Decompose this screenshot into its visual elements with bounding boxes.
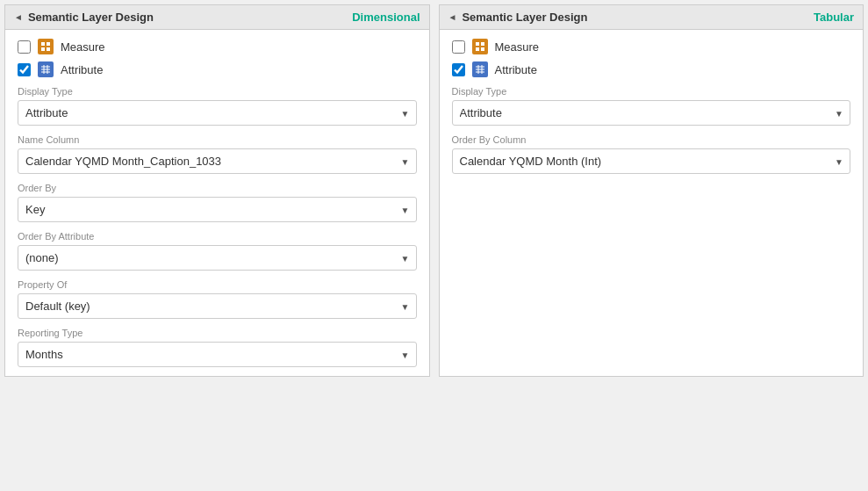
panel-dimensional-header: ◄ Semantic Layer Design Dimensional — [5, 5, 429, 30]
panel-tabular-header: ◄ Semantic Layer Design Tabular — [440, 5, 864, 30]
name-column-select-wrapper-left: Calendar YQMD Month_Caption_1033 — [18, 148, 417, 174]
panel-dimensional: ◄ Semantic Layer Design Dimensional Meas… — [4, 4, 430, 377]
order-by-column-select-wrapper-right: Calendar YQMD Month (Int) — [452, 148, 851, 174]
reporting-type-select-left[interactable]: Months Years Days — [18, 342, 417, 367]
display-type-label-left: Display Type — [18, 86, 417, 97]
attribute-checkbox-left[interactable] — [18, 63, 31, 76]
panel-tabular-header-left: ◄ Semantic Layer Design — [448, 11, 588, 24]
order-by-attribute-label-left: Order By Attribute — [18, 231, 417, 242]
property-of-select-wrapper-left: Default (key) — [18, 293, 417, 319]
panels-container: ◄ Semantic Layer Design Dimensional Meas… — [0, 0, 868, 381]
svg-rect-3 — [47, 47, 50, 51]
property-of-select-left[interactable]: Default (key) — [18, 293, 417, 319]
attribute-icon-right — [472, 61, 488, 77]
display-type-select-right[interactable]: Attribute Measure None — [452, 100, 851, 126]
measure-checkbox-left[interactable] — [18, 40, 31, 54]
panel-tabular-body: Measure Attribute Display Type — [440, 30, 864, 183]
property-of-label-left: Property Of — [18, 279, 417, 290]
order-by-column-label-right: Order By Column — [452, 134, 851, 145]
svg-rect-1 — [47, 42, 50, 46]
name-column-select-left[interactable]: Calendar YQMD Month_Caption_1033 — [18, 148, 417, 174]
measure-label-right: Measure — [495, 40, 540, 54]
panel-dimensional-title: Semantic Layer Design — [28, 11, 154, 24]
attribute-label-left: Attribute — [61, 63, 103, 76]
display-type-label-right: Display Type — [452, 86, 851, 97]
svg-rect-10 — [481, 42, 484, 46]
attribute-icon-left — [38, 61, 54, 77]
order-by-attribute-select-wrapper-left: (none) — [18, 245, 417, 271]
name-column-label-left: Name Column — [18, 134, 417, 145]
display-type-select-wrapper-left: Attribute Measure None — [18, 100, 417, 126]
panel-dimensional-mode: Dimensional — [352, 11, 420, 24]
reporting-type-label-left: Reporting Type — [18, 328, 417, 338]
panel-tabular-mode: Tabular — [814, 11, 854, 24]
panel-tabular: ◄ Semantic Layer Design Tabular Measure — [439, 4, 864, 377]
order-by-label-left: Order By — [18, 183, 417, 193]
panel-tabular-title: Semantic Layer Design — [462, 11, 587, 24]
svg-rect-11 — [476, 47, 479, 51]
order-by-attribute-select-left[interactable]: (none) — [18, 245, 417, 271]
panel-dimensional-body: Measure Attribute Display Type — [5, 30, 429, 376]
order-by-select-wrapper-left: Key Name None — [18, 197, 417, 222]
reporting-type-select-wrapper-left: Months Years Days — [18, 342, 417, 367]
measure-row-right: Measure — [452, 39, 851, 54]
display-type-select-left[interactable]: Attribute Measure None — [18, 100, 417, 126]
order-by-select-left[interactable]: Key Name None — [18, 197, 417, 222]
collapse-arrow-right[interactable]: ◄ — [448, 12, 457, 22]
attribute-checkbox-right[interactable] — [452, 63, 465, 76]
measure-checkbox-right[interactable] — [452, 40, 465, 54]
svg-rect-0 — [41, 42, 45, 46]
svg-rect-9 — [476, 42, 479, 46]
measure-row-left: Measure — [18, 39, 417, 54]
attribute-row-right: Attribute — [452, 61, 851, 77]
order-by-column-select-right[interactable]: Calendar YQMD Month (Int) — [452, 148, 851, 174]
collapse-arrow-left[interactable]: ◄ — [14, 12, 23, 22]
attribute-row-left: Attribute — [18, 61, 417, 77]
svg-rect-12 — [481, 47, 484, 51]
measure-icon-left — [38, 39, 54, 54]
panel-dimensional-header-left: ◄ Semantic Layer Design — [14, 11, 154, 24]
measure-icon-right — [472, 39, 488, 54]
measure-label-left: Measure — [61, 40, 105, 54]
display-type-select-wrapper-right: Attribute Measure None — [452, 100, 851, 126]
attribute-label-right: Attribute — [495, 63, 537, 76]
svg-rect-2 — [41, 47, 45, 51]
